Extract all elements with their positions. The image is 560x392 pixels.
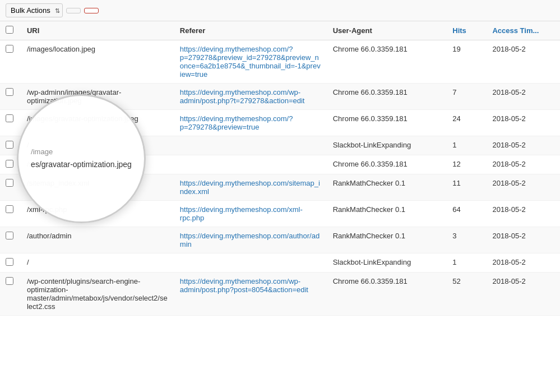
referer-link[interactable]: https://deving.mythemeshop.com/?p=279278…: [180, 45, 321, 79]
header-checkbox-col: [0, 21, 21, 40]
table-row: /sitemap_index.xmlhttps://deving.mytheme…: [0, 174, 560, 201]
header-referer: Referer: [174, 21, 327, 40]
row-referer: [174, 136, 327, 155]
header-user-agent: User-Agent: [327, 21, 447, 40]
row-access-time: 2018-05-2: [487, 174, 560, 201]
row-user-agent: Slackbot-LinkExpanding: [327, 136, 447, 155]
row-user-agent: Slackbot-LinkExpanding: [327, 253, 447, 273]
row-checkbox-cell: [0, 136, 21, 155]
row-user-agent: RankMathChecker 0.1: [327, 201, 447, 227]
row-access-time: 2018-05-2: [487, 227, 560, 253]
table-row: /Slackbot-LinkExpanding12018-05-2: [0, 253, 560, 273]
row-user-agent: RankMathChecker 0.1: [327, 174, 447, 201]
row-checkbox[interactable]: [6, 232, 13, 239]
row-checkbox-cell: [0, 84, 21, 110]
row-referer: https://deving.mythemeshop.com/wp-admin/…: [174, 84, 327, 110]
row-access-time: 2018-05-2: [487, 40, 560, 84]
toolbar: Bulk Actions: [0, 0, 560, 21]
referer-link[interactable]: https://deving.mythemeshop.com/?p=279278…: [180, 114, 293, 131]
table-header-row: URI Referer User-Agent Hits Access Tim..…: [0, 21, 560, 40]
row-uri: /wp-adminn/images/gravatar-optimization.…: [21, 84, 174, 110]
row-checkbox-cell: [0, 201, 21, 227]
row-uri: /: [21, 136, 174, 155]
row-hits: 3: [447, 227, 487, 253]
referer-link[interactable]: https://deving.mythemeshop.com/xml-rpc.p…: [180, 205, 303, 222]
row-access-time: 2018-05-2: [487, 253, 560, 273]
table-row: /xml-rpc.phphttps://deving.mythemeshop.c…: [0, 201, 560, 227]
row-checkbox[interactable]: [6, 258, 13, 266]
row-access-time: 2018-05-2: [487, 84, 560, 110]
row-checkbox[interactable]: [6, 88, 13, 96]
row-hits: 11: [447, 174, 487, 201]
row-access-time: 2018-05-2: [487, 155, 560, 174]
row-checkbox[interactable]: [6, 45, 13, 53]
row-referer: https://deving.mythemeshop.com/xml-rpc.p…: [174, 201, 327, 227]
row-access-time: 2018-05-2: [487, 110, 560, 136]
row-uri: /images/gravatar-optimization.jpeg: [21, 110, 174, 136]
referer-link[interactable]: https://deving.mythemeshop.com/wp-admin/…: [180, 277, 308, 294]
table-body: /images/location.jpeghttps://deving.myth…: [0, 40, 560, 316]
row-user-agent: Chrome 66.0.3359.181: [327, 40, 447, 84]
row-checkbox[interactable]: [6, 141, 13, 149]
row-uri: /sitemap_index.xml: [21, 174, 174, 201]
row-hits: 24: [447, 110, 487, 136]
row-referer: https://deving.mythemeshop.com/sitemap_i…: [174, 174, 327, 201]
row-access-time: 2018-05-2: [487, 273, 560, 316]
row-checkbox-cell: [0, 174, 21, 201]
row-uri: /: [21, 253, 174, 273]
row-referer: https://deving.mythemeshop.com/author/ad…: [174, 227, 327, 253]
table-row: /images/gravatar-optimization.jpeghttps:…: [0, 110, 560, 136]
row-checkbox[interactable]: [6, 277, 13, 285]
row-hits: 12: [447, 155, 487, 174]
row-referer: [174, 155, 327, 174]
row-hits: 7: [447, 84, 487, 110]
row-uri: /images/location.jpeg: [21, 40, 174, 84]
row-checkbox-cell: [0, 155, 21, 174]
row-user-agent: Chrome 66.0.3359.181: [327, 273, 447, 316]
clear-log-button[interactable]: [84, 8, 99, 13]
referer-link[interactable]: https://deving.mythemeshop.com/wp-admin/…: [180, 88, 305, 105]
row-referer: [174, 253, 327, 273]
row-checkbox[interactable]: [6, 179, 13, 187]
apply-button[interactable]: [66, 8, 81, 13]
row-checkbox-cell: [0, 253, 21, 273]
header-access-time[interactable]: Access Tim...: [487, 21, 560, 40]
row-checkbox-cell: [0, 227, 21, 253]
row-access-time: 2018-05-2: [487, 136, 560, 155]
row-checkbox[interactable]: [6, 114, 13, 122]
row-user-agent: Chrome 66.0.3359.181: [327, 110, 447, 136]
row-hits: 1: [447, 136, 487, 155]
row-hits: 52: [447, 273, 487, 316]
row-user-agent: Chrome 66.0.3359.181: [327, 84, 447, 110]
bulk-actions-select[interactable]: Bulk Actions: [6, 3, 63, 17]
log-table: URI Referer User-Agent Hits Access Tim..…: [0, 21, 560, 316]
row-referer: https://deving.mythemeshop.com/wp-admin/…: [174, 273, 327, 316]
row-checkbox[interactable]: [6, 205, 13, 213]
select-all-checkbox[interactable]: [6, 26, 13, 34]
row-checkbox-cell: [0, 273, 21, 316]
row-hits: 19: [447, 40, 487, 84]
header-uri: URI: [21, 21, 174, 40]
row-uri: /xml-rpc.php: [21, 201, 174, 227]
row-referer: https://deving.mythemeshop.com/?p=279278…: [174, 40, 327, 84]
row-referer: https://deving.mythemeshop.com/?p=279278…: [174, 110, 327, 136]
referer-link[interactable]: https://deving.mythemeshop.com/sitemap_i…: [180, 179, 320, 196]
table-row: /Slackbot-LinkExpanding12018-05-2: [0, 136, 560, 155]
row-checkbox[interactable]: [6, 160, 13, 168]
header-hits[interactable]: Hits: [447, 21, 487, 40]
toolbar-left: Bulk Actions: [6, 3, 99, 17]
table-row: /images/location.jpeghttps://deving.myth…: [0, 40, 560, 84]
row-hits: 64: [447, 201, 487, 227]
row-access-time: 2018-05-2: [487, 201, 560, 227]
table-row: /seo-checkupChrome 66.0.3359.181122018-0…: [0, 155, 560, 174]
row-uri: /wp-content/plugins/search-engine-optimi…: [21, 273, 174, 316]
row-user-agent: Chrome 66.0.3359.181: [327, 155, 447, 174]
row-checkbox-cell: [0, 110, 21, 136]
bulk-actions-wrapper: Bulk Actions: [6, 3, 63, 17]
row-user-agent: RankMathChecker 0.1: [327, 227, 447, 253]
row-hits: 1: [447, 253, 487, 273]
table-row: /wp-content/plugins/search-engine-optimi…: [0, 273, 560, 316]
row-uri: /author/admin: [21, 227, 174, 253]
row-checkbox-cell: [0, 40, 21, 84]
referer-link[interactable]: https://deving.mythemeshop.com/author/ad…: [180, 232, 320, 248]
